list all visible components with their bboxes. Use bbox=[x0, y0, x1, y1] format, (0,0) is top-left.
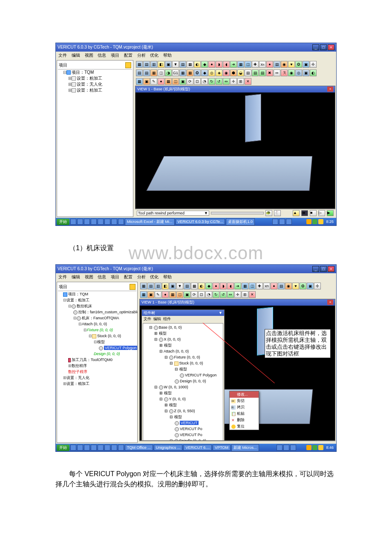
tool-icon[interactable]: ◉ bbox=[285, 283, 292, 289]
start-button[interactable]: 开始 bbox=[57, 445, 69, 451]
tool-icon[interactable]: ▣ bbox=[184, 291, 190, 298]
tool-icon[interactable]: ⬢ bbox=[230, 69, 237, 76]
quicklaunch-icon[interactable] bbox=[84, 445, 90, 451]
tree-item[interactable]: Fixture (0, 0, 0) bbox=[87, 328, 113, 332]
tool-icon[interactable]: ◧ bbox=[162, 283, 169, 289]
node[interactable]: Y (0, 0, 0) bbox=[169, 397, 186, 401]
tool-icon[interactable]: ● bbox=[208, 61, 215, 68]
tool-icon[interactable]: ◐ bbox=[310, 69, 317, 76]
tool-icon[interactable]: ▦ bbox=[140, 283, 147, 289]
tool-icon[interactable]: ▣ bbox=[303, 69, 309, 76]
tree-item[interactable]: 数控机床 bbox=[77, 304, 92, 308]
taskbar-item[interactable]: TQM Office ... bbox=[125, 445, 153, 451]
menu-edit[interactable]: 编辑 bbox=[72, 275, 80, 279]
quicklaunch-icon[interactable] bbox=[77, 219, 83, 225]
node[interactable]: Design (0, 0, 0) bbox=[180, 379, 206, 383]
step-icon[interactable]: ▷ bbox=[318, 210, 325, 216]
maximize-button[interactable]: □ bbox=[320, 44, 327, 50]
tool-icon[interactable]: ◔ bbox=[205, 291, 212, 298]
menu-project[interactable]: 项目 bbox=[111, 53, 119, 58]
node[interactable]: 模型 bbox=[164, 391, 172, 395]
menu-info[interactable]: 信息 bbox=[98, 53, 106, 58]
quicklaunch-icon[interactable] bbox=[91, 219, 97, 225]
tree-root[interactable]: 项目：TQM bbox=[68, 292, 88, 296]
quicklaunch-icon[interactable] bbox=[77, 445, 83, 451]
tool-icon[interactable]: ▦ bbox=[150, 69, 157, 76]
tool-icon[interactable]: ✢ bbox=[310, 61, 317, 68]
dialog-menu[interactable]: 文件 bbox=[144, 317, 151, 321]
tray-icon[interactable] bbox=[272, 219, 278, 225]
eject-icon[interactable]: ▲ bbox=[293, 210, 300, 216]
tray-icon[interactable] bbox=[312, 445, 317, 450]
menu-optimize[interactable]: 优化 bbox=[150, 53, 159, 58]
tree-item[interactable]: Design (0, 0, 0) bbox=[94, 352, 120, 356]
speed-icon[interactable]: 🐢 bbox=[265, 210, 272, 216]
tool-icon[interactable]: ℛ bbox=[281, 69, 288, 76]
quicklaunch-icon[interactable] bbox=[111, 219, 117, 225]
start-button[interactable]: 开始 bbox=[57, 219, 69, 225]
tool-icon[interactable]: ▦ bbox=[179, 69, 186, 76]
tool-icon[interactable]: ▦ bbox=[136, 78, 143, 85]
tool-icon[interactable]: ✚ bbox=[256, 283, 263, 289]
tree-item[interactable]: 设置：粗加工 bbox=[77, 76, 102, 81]
tool-icon[interactable]: ✖ bbox=[266, 69, 273, 76]
tool-icon[interactable]: ◫ bbox=[172, 78, 179, 85]
tool-icon[interactable]: ▥ bbox=[150, 61, 157, 68]
menu-config[interactable]: 配置 bbox=[124, 53, 133, 58]
tool-icon[interactable]: ◉ bbox=[223, 69, 230, 76]
stop-icon[interactable]: ■ bbox=[310, 210, 317, 216]
tool-icon[interactable]: ● bbox=[266, 61, 273, 68]
tray-icon[interactable] bbox=[318, 445, 323, 450]
tool-icon[interactable]: ▤ bbox=[184, 283, 190, 289]
tree-item[interactable]: 设置：无人化 bbox=[77, 82, 102, 87]
node[interactable]: VERICUT Po bbox=[180, 433, 202, 437]
tool-icon[interactable]: ↻ bbox=[213, 291, 219, 298]
quicklaunch-icon[interactable] bbox=[98, 445, 104, 451]
taskbar-item[interactable]: Microsoft Excel - 新建 Mi... bbox=[125, 218, 175, 225]
node[interactable]: W (0, 0, 1000) bbox=[164, 385, 188, 389]
quicklaunch-icon[interactable] bbox=[118, 219, 124, 225]
tray-icon[interactable] bbox=[283, 445, 289, 451]
tool-icon[interactable]: ▣ bbox=[307, 283, 314, 289]
tool-icon[interactable]: ▣ bbox=[165, 61, 172, 68]
tree-item-selected[interactable]: VERICUT Polygon bbox=[104, 346, 137, 350]
tool-icon[interactable]: ▣ bbox=[147, 291, 154, 298]
tree-item[interactable]: 模型 bbox=[97, 340, 105, 344]
node[interactable]: VERICUT Po bbox=[180, 427, 202, 431]
tool-icon[interactable]: ◉ bbox=[281, 61, 288, 68]
taskbar-item[interactable]: Unigraphics ... bbox=[154, 445, 183, 451]
tool-icon[interactable]: ▦ bbox=[242, 283, 248, 289]
node-selected[interactable]: VERICUT bbox=[180, 421, 199, 425]
tool-icon[interactable]: ▦ bbox=[136, 61, 143, 68]
tool-icon[interactable]: ▣ bbox=[303, 61, 309, 68]
tool-icon[interactable]: ◫ bbox=[158, 69, 164, 76]
taskbar-item[interactable]: VERICUT 6.0.3 by CGTe... bbox=[176, 219, 225, 225]
minimize-button[interactable]: _ bbox=[312, 266, 319, 272]
tool-icon[interactable]: ✎ bbox=[150, 78, 157, 85]
tool-icon[interactable]: ✚ bbox=[252, 61, 259, 68]
node[interactable]: Z (0, 0, 550) bbox=[174, 409, 195, 413]
tree-item[interactable]: 数控程序 bbox=[72, 364, 87, 368]
tree-item[interactable]: 设置：精加工 bbox=[66, 382, 89, 386]
node[interactable]: Spindle (0, 0, 0) bbox=[179, 439, 207, 441]
tool-icon[interactable]: ◗ bbox=[216, 61, 222, 68]
tool-icon[interactable]: ◆ bbox=[205, 283, 212, 289]
tool-icon[interactable]: ▦ bbox=[187, 69, 193, 76]
tool-icon[interactable]: G1 bbox=[172, 69, 179, 76]
node[interactable]: 模型 bbox=[179, 367, 187, 371]
tool-icon[interactable]: ▦ bbox=[187, 61, 193, 68]
tray-icon[interactable] bbox=[286, 219, 292, 225]
tree-item[interactable]: 控制：fan16m_custom_optimizable bbox=[78, 310, 138, 314]
tool-icon[interactable]: ▤ bbox=[179, 61, 186, 68]
menu-paste[interactable]: 📋粘贴 bbox=[230, 410, 259, 417]
tool-icon[interactable]: ◗ bbox=[220, 283, 227, 289]
tool-icon[interactable]: ♥ bbox=[292, 283, 299, 289]
tool-icon[interactable]: ⟳ bbox=[187, 78, 193, 85]
menu-view[interactable]: 视图 bbox=[85, 275, 93, 279]
tool-icon[interactable]: ▼ bbox=[176, 283, 183, 289]
minimize-button[interactable]: _ bbox=[312, 44, 319, 50]
node[interactable]: VERICUT Polygon bbox=[185, 373, 216, 377]
tool-icon[interactable]: ✕ bbox=[249, 291, 256, 298]
tool-icon[interactable]: ◐ bbox=[194, 61, 201, 68]
tool-icon[interactable]: ◔ bbox=[201, 78, 208, 85]
